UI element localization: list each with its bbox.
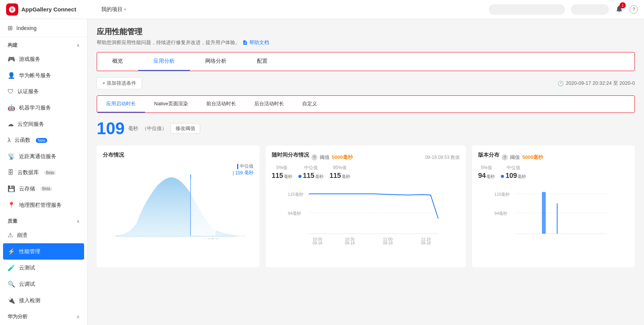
notification-bell[interactable]: 1: [615, 5, 623, 14]
version-median-label: 中位值: [501, 165, 526, 171]
geofence-icon: 📍: [8, 201, 15, 209]
collapse-icon3: ∧: [77, 314, 80, 319]
dist-card: 分布情况 中位值 | 109 毫秒: [97, 146, 260, 267]
time-metrics-row: 5%值 115 毫秒 中位值 115 毫秒: [272, 165, 460, 180]
page-desc-text: 帮助您洞察应用性能问题，持续进行修复并改进，提升用户体验。: [97, 39, 240, 46]
shield-icon: 🛡: [8, 88, 14, 95]
account-icon: 👤: [8, 72, 15, 79]
metric-median-label: 中位值: [298, 165, 324, 171]
sub-tabs: 应用启动时长 Native页面渲染 前台活动时长 后台活动时长 自定义: [97, 95, 635, 113]
metric-cell-95pct: 95%值 115 毫秒: [330, 165, 350, 180]
tab-app-analysis[interactable]: 应用分析: [138, 52, 190, 71]
func-icon: λ: [8, 137, 11, 144]
sidebar-item-geofence[interactable]: 📍 地理围栏管理服务: [0, 197, 87, 213]
data-label: 09-18 09:53 数据: [425, 154, 460, 161]
version-metric-5pct: 5%值 94 毫秒: [478, 165, 495, 180]
question-icon[interactable]: ?: [311, 154, 317, 160]
svg-text:94毫秒: 94毫秒: [494, 211, 507, 216]
sidebar-label: 华为帐号服务: [19, 72, 51, 79]
time-dist-header: 随时间分布情况 ? 阈值 5000毫秒 09-18 09:53 数据: [272, 152, 460, 163]
version-question-icon[interactable]: ?: [502, 154, 508, 160]
sidebar-item-indexing[interactable]: ⊞ Indexing: [0, 19, 87, 37]
ml-icon: 🤖: [8, 104, 15, 111]
sidebar-item-cloud-test[interactable]: 🧪 云测试: [0, 260, 87, 276]
sidebar-label: 接入检测: [19, 297, 40, 304]
header: AppGallery Connect 我的项目 ▾ 1 ?: [0, 0, 644, 19]
version-header: 版本分布 ? 阈值 5000毫秒: [478, 152, 629, 163]
legend-bar-icon: [237, 164, 238, 169]
svg-text:09-18: 09-18: [383, 241, 393, 245]
project-selector[interactable]: 我的项目 ▾: [101, 6, 126, 13]
beta-badge: Beta: [44, 170, 56, 175]
sub-tab-custom[interactable]: 自定义: [293, 96, 326, 113]
dist-card-title: 分布情况: [103, 152, 253, 159]
sub-tab-app-start[interactable]: 应用启动时长: [97, 96, 145, 113]
metric-cell-5pct: 5%值 115 毫秒: [272, 165, 292, 180]
group-label-build: 构建: [8, 42, 18, 49]
chevron-down-icon: ▾: [124, 7, 126, 11]
sidebar-item-crash[interactable]: ⚠ 崩溃: [0, 227, 87, 243]
sidebar-item-access-detect[interactable]: 🔌 接入检测: [0, 292, 87, 309]
sidebar-item-ml-service[interactable]: 🤖 机器学习服务: [0, 100, 87, 116]
tab-overview[interactable]: 概览: [97, 52, 138, 71]
tab-network-analysis[interactable]: 网络分析: [190, 52, 242, 71]
metric-5pct-label: 5%值: [272, 165, 292, 171]
main-tabs: 概览 应用分析 网络分析 配置: [97, 52, 635, 71]
sidebar-item-cloud-space[interactable]: ☁ 云空间服务: [0, 116, 87, 132]
sidebar-item-auth-service[interactable]: 🛡 认证服务: [0, 84, 87, 100]
sidebar-group-quality: 质量 ∧: [0, 213, 87, 227]
svg-text:09-18: 09-18: [421, 241, 431, 245]
tab-config[interactable]: 配置: [242, 52, 283, 71]
page-title: 应用性能管理: [97, 27, 635, 37]
metric-row: 109 毫秒 （中位值） 修改阈值: [97, 119, 635, 138]
sub-tab-native-render[interactable]: Native页面渲染: [145, 96, 197, 113]
sidebar-label: 游戏服务: [19, 56, 40, 63]
sidebar-item-cloud-func[interactable]: λ 云函数 New: [0, 132, 87, 148]
sidebar-item-huawei-account[interactable]: 👤 华为帐号服务: [0, 67, 87, 84]
svg-text:09-18: 09-18: [345, 241, 355, 245]
sidebar-item-cloud-debug[interactable]: 🔍 云调试: [0, 276, 87, 292]
cloud-icon: ☁: [8, 120, 14, 128]
version-title: 版本分布: [478, 152, 499, 159]
version-5pct-unit: 毫秒: [486, 174, 495, 179]
metric-median-unit: 毫秒: [315, 174, 324, 179]
help-icon[interactable]: ?: [630, 5, 638, 14]
game-icon: 🎮: [8, 55, 15, 63]
group-label-analytics: 华为分析: [8, 313, 27, 320]
help-text: 帮助文档: [249, 39, 269, 46]
dist-legend-unit: 毫秒: [244, 170, 253, 176]
help-link[interactable]: 帮助文档: [242, 39, 269, 46]
version-5pct-label: 5%值: [478, 165, 495, 171]
storage-icon: 💾: [8, 185, 15, 192]
version-metrics-row: 5%值 94 毫秒 中位值 109 毫秒: [478, 165, 629, 180]
dot-icon: [298, 175, 301, 178]
sidebar-item-cloud-db[interactable]: 🗄 云数据库 Beta: [0, 165, 87, 181]
logo-area: AppGallery Connect: [6, 3, 94, 16]
sidebar-item-game-service[interactable]: 🎮 游戏服务: [0, 51, 87, 67]
metric-median-value: 115: [303, 172, 314, 180]
collapse-icon: ∧: [77, 43, 80, 48]
version-dot-icon: [501, 175, 504, 178]
metric-unit: 毫秒: [128, 125, 138, 132]
add-filter-button[interactable]: + 添加筛选条件: [97, 77, 142, 89]
sidebar-label: 云存储: [19, 185, 35, 192]
metric-5pct-unit: 毫秒: [284, 174, 292, 179]
project-label: 我的项目: [101, 6, 123, 13]
dist-chart: 中位值 | 109 毫秒: [103, 163, 253, 247]
sidebar-label: 云测试: [19, 265, 35, 271]
layout: ⊞ Indexing 构建 ∧ 🎮 游戏服务 👤 华为帐号服务 🛡 认证服务 🤖…: [0, 19, 644, 325]
sidebar-item-ble[interactable]: 📡 近距离通信服务: [0, 148, 87, 165]
sidebar-item-perf-manage[interactable]: ⚡ 性能管理: [3, 243, 84, 260]
sidebar-label: 云调试: [19, 281, 35, 288]
sidebar-item-overview2[interactable]: 📊 概览: [0, 322, 87, 325]
sub-tab-fg-activity[interactable]: 前台活动时长: [197, 96, 245, 113]
sub-tab-bg-activity[interactable]: 后台活动时长: [245, 96, 293, 113]
modify-threshold-button[interactable]: 修改阈值: [171, 123, 200, 134]
access-icon: 🔌: [8, 297, 15, 304]
metric-95pct-label: 95%值: [330, 165, 350, 171]
metric-5pct-value: 115: [272, 172, 283, 180]
sidebar-item-cloud-storage[interactable]: 💾 云存储 Beta: [0, 181, 87, 197]
ble-icon: 📡: [8, 153, 15, 160]
sidebar-label: 近距离通信服务: [19, 153, 56, 160]
svg-text:09-18: 09-18: [312, 241, 322, 245]
